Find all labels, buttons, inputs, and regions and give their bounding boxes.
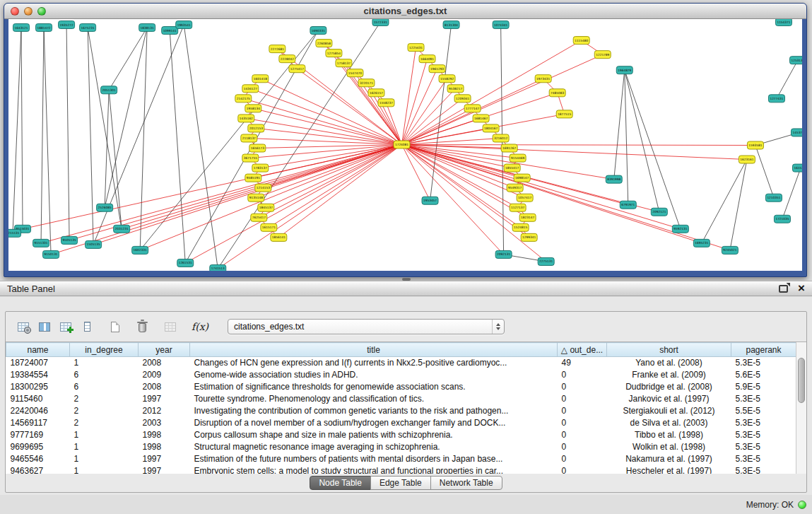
graph-node[interactable]: 1643121 [13,24,30,32]
graph-edge[interactable] [401,144,680,228]
import-table-icon[interactable] [160,316,181,337]
graph-node[interactable]: 1154371 [775,19,792,26]
graph-node[interactable]: 1758137 [336,59,352,67]
graph-node[interactable]: 1675231 [80,24,96,32]
graph-edge[interactable] [401,144,746,159]
graph-edge[interactable] [44,28,51,255]
graph-node[interactable]: 1953457 [422,197,438,204]
graph-node[interactable]: 1777147 [464,105,481,112]
graph-edge[interactable] [109,28,147,90]
graph-node[interactable]: 7625417 [251,214,267,221]
graph-node[interactable]: 9245021 [722,246,738,254]
graph-node[interactable]: 9505135 [61,236,78,244]
column-header-year[interactable]: year [139,343,190,357]
graph-node[interactable]: 2272681 [269,45,286,53]
graph-edge[interactable] [41,28,44,243]
graph-edge[interactable] [401,138,500,144]
graph-edge[interactable] [625,70,628,205]
graph-edge[interactable] [21,28,23,229]
graph-node[interactable]: 3216012 [493,134,509,142]
graph-node[interactable]: 1958134 [245,105,261,112]
graph-edge[interactable] [105,28,147,208]
graph-node[interactable]: 1961293 [429,65,445,73]
graph-node[interactable]: 1690331 [310,27,326,35]
graph-node[interactable]: 9150131 [43,250,59,258]
window-titlebar[interactable]: citations_edges.txt [4,4,806,19]
graph-node[interactable]: 1453731 [791,129,802,136]
graph-edge[interactable] [401,144,755,145]
create-column-icon[interactable] [55,316,76,337]
graph-node[interactable]: 1698147 [514,174,530,182]
column-header-in_degree[interactable]: in_degree [70,343,139,357]
graph-node[interactable]: 1626157 [368,89,384,97]
graph-edge[interactable] [41,144,401,243]
graph-node[interactable]: 1783137 [252,164,269,172]
graph-node[interactable]: 1602331 [132,246,148,254]
graph-node[interactable]: 8391998 [606,175,622,183]
graph-node[interactable]: 9215131 [8,229,21,237]
graph-edge[interactable] [430,25,452,201]
table-settings-icon[interactable] [13,316,34,337]
close-panel-icon[interactable]: × [798,284,805,293]
graph-node[interactable]: 2526085 [97,204,113,211]
zoom-window-button[interactable] [37,7,46,16]
network-graph[interactable]: 2272681222804212754171601418143412721421… [8,19,802,271]
graph-node[interactable]: 7485083 [549,89,565,97]
graph-node[interactable]: 1623161 [739,156,755,163]
tab-network-table[interactable]: Network Table [430,476,502,490]
graph-node[interactable]: 1074341 [493,21,509,29]
graph-node[interactable]: 1275854 [326,49,342,57]
graph-node[interactable]: 9549317 [507,184,523,192]
graph-node[interactable]: 2118137 [241,134,257,142]
graph-edge[interactable] [625,70,659,212]
minimize-window-button[interactable] [24,7,33,16]
function-builder-icon[interactable]: f(x) [189,316,211,337]
table-row[interactable]: 946554611997Estimation of the future num… [6,453,796,465]
graph-edge[interactable] [702,160,747,243]
graph-node[interactable]: 1656173 [249,144,266,152]
graph-node[interactable]: 9154469 [510,154,526,162]
rows-icon[interactable] [76,316,98,337]
graph-node[interactable]: 1275417 [289,65,305,73]
vertical-scrollbar[interactable] [796,342,806,474]
graph-node[interactable]: 1855417 [504,164,520,172]
graph-node[interactable]: 9585191 [245,174,261,182]
graph-node[interactable]: 1127137 [510,204,526,211]
column-header-short[interactable]: short [607,343,731,357]
graph-node[interactable]: 1601418 [252,75,269,83]
graph-node[interactable]: 1973431 [535,75,551,83]
graph-node[interactable]: 1099141 [162,27,178,35]
graph-node[interactable]: 1691267 [501,144,517,152]
graph-edge[interactable] [755,146,774,198]
graph-node[interactable]: 1209341 [454,95,471,103]
graph-node[interactable]: 2228042 [279,55,295,63]
graph-node[interactable]: 1724081 [394,141,410,148]
graph-node[interactable]: 1877515 [556,110,572,118]
float-panel-icon[interactable] [779,285,788,293]
graph-node[interactable]: 1221789 [594,51,611,59]
graph-node[interactable]: 1505135 [86,240,102,248]
graph-edge[interactable] [140,28,147,250]
table-row[interactable]: 1872400712008Changes of HCN gene express… [6,357,796,369]
close-window-button[interactable] [11,7,19,16]
new-table-icon[interactable] [105,316,126,337]
graph-edge[interactable] [13,28,21,233]
graph-edge[interactable] [88,28,93,245]
graph-node[interactable]: 1115480 [573,37,589,45]
graph-edge[interactable] [401,144,527,217]
tab-node-table[interactable]: Node Table [310,476,371,490]
graph-node[interactable]: 1547470 [347,69,363,77]
network-canvas[interactable]: 2272681222804212754171601418143412721421… [8,19,802,271]
graph-node[interactable]: 1225431 [408,44,424,52]
graph-edge[interactable] [66,25,69,240]
graph-node[interactable]: 1435162 [238,115,254,122]
graph-node[interactable]: 2260858 [316,40,332,47]
graph-edge[interactable] [782,168,801,219]
graph-node[interactable]: 3220171 [358,79,375,87]
graph-edge[interactable] [246,118,401,144]
graph-edge[interactable] [184,25,218,269]
graph-node[interactable]: 1261531 [177,259,194,267]
delete-table-icon[interactable] [131,316,153,337]
column-header-out_de[interactable]: △ out_de... [558,343,607,357]
table-row[interactable]: 946362711997Embryonic stem cells: a mode… [6,465,796,474]
